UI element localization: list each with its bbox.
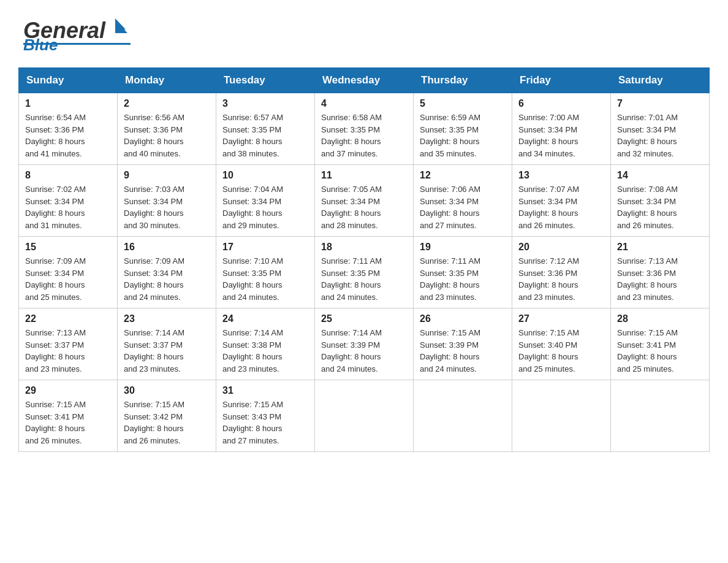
day-info: Sunrise: 7:07 AMSunset: 3:34 PMDaylight:… bbox=[518, 183, 604, 231]
day-number: 31 bbox=[222, 385, 308, 396]
day-info: Sunrise: 7:15 AMSunset: 3:41 PMDaylight:… bbox=[25, 399, 111, 446]
day-number: 26 bbox=[420, 313, 506, 324]
calendar-cell: 2 Sunrise: 6:56 AMSunset: 3:36 PMDayligh… bbox=[118, 93, 216, 165]
calendar-header-friday: Friday bbox=[512, 68, 611, 93]
day-number: 14 bbox=[617, 170, 703, 181]
calendar-table: SundayMondayTuesdayWednesdayThursdayFrid… bbox=[18, 67, 710, 452]
calendar-header-thursday: Thursday bbox=[414, 68, 512, 93]
calendar-cell: 8 Sunrise: 7:02 AMSunset: 3:34 PMDayligh… bbox=[19, 165, 118, 237]
day-info: Sunrise: 7:15 AMSunset: 3:43 PMDaylight:… bbox=[222, 399, 308, 446]
day-number: 22 bbox=[25, 313, 111, 324]
calendar-cell: 27 Sunrise: 7:15 AMSunset: 3:40 PMDaylig… bbox=[512, 308, 611, 380]
day-number: 30 bbox=[124, 385, 210, 396]
calendar-cell: 19 Sunrise: 7:11 AMSunset: 3:35 PMDaylig… bbox=[414, 237, 512, 308]
day-number: 7 bbox=[617, 98, 703, 109]
calendar-header-sunday: Sunday bbox=[19, 68, 118, 93]
calendar-header-tuesday: Tuesday bbox=[216, 68, 315, 93]
day-info: Sunrise: 7:02 AMSunset: 3:34 PMDaylight:… bbox=[25, 183, 111, 231]
day-number: 28 bbox=[617, 313, 703, 324]
day-number: 9 bbox=[124, 170, 210, 181]
calendar-cell: 1 Sunrise: 6:54 AMSunset: 3:36 PMDayligh… bbox=[19, 93, 118, 165]
day-info: Sunrise: 6:59 AMSunset: 3:35 PMDaylight:… bbox=[420, 112, 506, 159]
day-info: Sunrise: 7:01 AMSunset: 3:34 PMDaylight:… bbox=[617, 112, 703, 159]
day-info: Sunrise: 6:54 AMSunset: 3:36 PMDaylight:… bbox=[25, 112, 111, 159]
day-number: 1 bbox=[25, 98, 111, 109]
day-info: Sunrise: 7:10 AMSunset: 3:35 PMDaylight:… bbox=[222, 255, 308, 303]
day-number: 12 bbox=[420, 170, 506, 181]
calendar-cell: 26 Sunrise: 7:15 AMSunset: 3:39 PMDaylig… bbox=[414, 308, 512, 380]
day-number: 21 bbox=[617, 242, 703, 253]
calendar-cell: 21 Sunrise: 7:13 AMSunset: 3:36 PMDaylig… bbox=[611, 237, 710, 308]
calendar-cell: 25 Sunrise: 7:14 AMSunset: 3:39 PMDaylig… bbox=[315, 308, 414, 380]
calendar-cell: 28 Sunrise: 7:15 AMSunset: 3:41 PMDaylig… bbox=[611, 308, 710, 380]
calendar-week-1: 1 Sunrise: 6:54 AMSunset: 3:36 PMDayligh… bbox=[19, 93, 710, 165]
day-number: 3 bbox=[222, 98, 308, 109]
svg-rect-4 bbox=[23, 43, 131, 45]
day-number: 10 bbox=[222, 170, 308, 181]
day-number: 16 bbox=[124, 242, 210, 253]
day-info: Sunrise: 7:06 AMSunset: 3:34 PMDaylight:… bbox=[420, 183, 506, 231]
day-info: Sunrise: 7:05 AMSunset: 3:34 PMDaylight:… bbox=[321, 183, 407, 231]
calendar-cell: 13 Sunrise: 7:07 AMSunset: 3:34 PMDaylig… bbox=[512, 165, 611, 237]
day-number: 4 bbox=[321, 98, 407, 109]
day-number: 18 bbox=[321, 242, 407, 253]
calendar-cell: 11 Sunrise: 7:05 AMSunset: 3:34 PMDaylig… bbox=[315, 165, 414, 237]
calendar-week-3: 15 Sunrise: 7:09 AMSunset: 3:34 PMDaylig… bbox=[19, 237, 710, 308]
day-info: Sunrise: 6:58 AMSunset: 3:35 PMDaylight:… bbox=[321, 112, 407, 159]
day-info: Sunrise: 7:09 AMSunset: 3:34 PMDaylight:… bbox=[124, 255, 210, 303]
day-info: Sunrise: 7:11 AMSunset: 3:35 PMDaylight:… bbox=[420, 255, 506, 303]
calendar-cell: 4 Sunrise: 6:58 AMSunset: 3:35 PMDayligh… bbox=[315, 93, 414, 165]
calendar-cell: 30 Sunrise: 7:15 AMSunset: 3:42 PMDaylig… bbox=[118, 380, 216, 452]
calendar-cell bbox=[512, 380, 611, 452]
day-info: Sunrise: 7:04 AMSunset: 3:34 PMDaylight:… bbox=[222, 183, 308, 231]
calendar-cell: 18 Sunrise: 7:11 AMSunset: 3:35 PMDaylig… bbox=[315, 237, 414, 308]
day-number: 19 bbox=[420, 242, 506, 253]
day-info: Sunrise: 7:08 AMSunset: 3:34 PMDaylight:… bbox=[617, 183, 703, 231]
calendar-header-saturday: Saturday bbox=[611, 68, 710, 93]
day-number: 23 bbox=[124, 313, 210, 324]
day-number: 11 bbox=[321, 170, 407, 181]
day-number: 13 bbox=[518, 170, 604, 181]
calendar-header-monday: Monday bbox=[118, 68, 216, 93]
calendar-cell: 14 Sunrise: 7:08 AMSunset: 3:34 PMDaylig… bbox=[611, 165, 710, 237]
calendar-cell: 22 Sunrise: 7:13 AMSunset: 3:37 PMDaylig… bbox=[19, 308, 118, 380]
day-number: 29 bbox=[25, 385, 111, 396]
calendar-cell: 9 Sunrise: 7:03 AMSunset: 3:34 PMDayligh… bbox=[118, 165, 216, 237]
day-number: 8 bbox=[25, 170, 111, 181]
day-info: Sunrise: 6:57 AMSunset: 3:35 PMDaylight:… bbox=[222, 112, 308, 159]
day-number: 2 bbox=[124, 98, 210, 109]
page-header: General Blue bbox=[18, 12, 710, 55]
calendar-header-row: SundayMondayTuesdayWednesdayThursdayFrid… bbox=[19, 68, 710, 93]
day-info: Sunrise: 7:14 AMSunset: 3:39 PMDaylight:… bbox=[321, 327, 407, 375]
calendar-cell: 24 Sunrise: 7:14 AMSunset: 3:38 PMDaylig… bbox=[216, 308, 315, 380]
day-info: Sunrise: 7:11 AMSunset: 3:35 PMDaylight:… bbox=[321, 255, 407, 303]
calendar-cell: 17 Sunrise: 7:10 AMSunset: 3:35 PMDaylig… bbox=[216, 237, 315, 308]
calendar-cell: 20 Sunrise: 7:12 AMSunset: 3:36 PMDaylig… bbox=[512, 237, 611, 308]
calendar-week-4: 22 Sunrise: 7:13 AMSunset: 3:37 PMDaylig… bbox=[19, 308, 710, 380]
logo: General Blue bbox=[18, 12, 135, 55]
day-info: Sunrise: 7:15 AMSunset: 3:40 PMDaylight:… bbox=[518, 327, 604, 375]
calendar-cell: 15 Sunrise: 7:09 AMSunset: 3:34 PMDaylig… bbox=[19, 237, 118, 308]
calendar-week-2: 8 Sunrise: 7:02 AMSunset: 3:34 PMDayligh… bbox=[19, 165, 710, 237]
day-info: Sunrise: 7:00 AMSunset: 3:34 PMDaylight:… bbox=[518, 112, 604, 159]
calendar-cell: 6 Sunrise: 7:00 AMSunset: 3:34 PMDayligh… bbox=[512, 93, 611, 165]
calendar-cell: 31 Sunrise: 7:15 AMSunset: 3:43 PMDaylig… bbox=[216, 380, 315, 452]
calendar-cell: 29 Sunrise: 7:15 AMSunset: 3:41 PMDaylig… bbox=[19, 380, 118, 452]
calendar-cell: 5 Sunrise: 6:59 AMSunset: 3:35 PMDayligh… bbox=[414, 93, 512, 165]
day-number: 24 bbox=[222, 313, 308, 324]
calendar-cell: 10 Sunrise: 7:04 AMSunset: 3:34 PMDaylig… bbox=[216, 165, 315, 237]
day-info: Sunrise: 7:13 AMSunset: 3:37 PMDaylight:… bbox=[25, 327, 111, 375]
logo-image: General Blue bbox=[18, 12, 135, 55]
calendar-cell: 23 Sunrise: 7:14 AMSunset: 3:37 PMDaylig… bbox=[118, 308, 216, 380]
day-info: Sunrise: 7:09 AMSunset: 3:34 PMDaylight:… bbox=[25, 255, 111, 303]
day-number: 6 bbox=[518, 98, 604, 109]
calendar-cell: 3 Sunrise: 6:57 AMSunset: 3:35 PMDayligh… bbox=[216, 93, 315, 165]
calendar-cell bbox=[315, 380, 414, 452]
day-number: 5 bbox=[420, 98, 506, 109]
calendar-header-wednesday: Wednesday bbox=[315, 68, 414, 93]
day-info: Sunrise: 7:12 AMSunset: 3:36 PMDaylight:… bbox=[518, 255, 604, 303]
day-info: Sunrise: 7:14 AMSunset: 3:37 PMDaylight:… bbox=[124, 327, 210, 375]
day-info: Sunrise: 7:13 AMSunset: 3:36 PMDaylight:… bbox=[617, 255, 703, 303]
day-number: 27 bbox=[518, 313, 604, 324]
day-info: Sunrise: 7:15 AMSunset: 3:39 PMDaylight:… bbox=[420, 327, 506, 375]
